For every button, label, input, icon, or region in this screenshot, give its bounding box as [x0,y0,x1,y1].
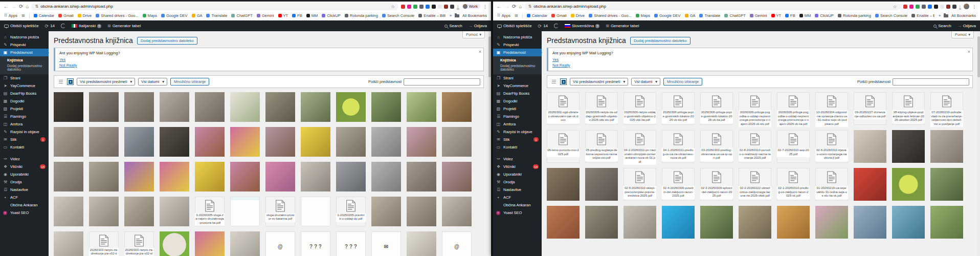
media-item-photo[interactable] [160,162,189,191]
back-icon[interactable]: ← [4,4,9,9]
sidebar-item-acf[interactable]: ▪ACF [493,194,542,201]
media-item-photo[interactable] [585,206,618,239]
grid-view-icon[interactable] [560,78,567,85]
tab-groups-icon[interactable]: ⊞ [21,13,25,18]
sidebar-item-kontakti[interactable]: ▭Kontakti [493,143,542,151]
bookmark-item[interactable]: Gemini [750,13,767,18]
bookmark-item[interactable]: Google DEV [654,13,681,18]
bookmarks-overflow-icon[interactable]: » [939,13,941,18]
media-item-document[interactable]: 02-4-20260309-posebni-del-zakljucni-racu… [662,168,695,201]
media-item-photo[interactable] [195,231,225,256]
sidebar-subitem-dodaj-predstavnostno-datoteko[interactable]: Dodaj predstavnostno datoteko [493,63,542,72]
sidebar-item-razpisi-in-objave[interactable]: ✎Razpisi in objave [493,128,542,136]
sidebar-item-nadzorna-plo-a[interactable]: ⌂Nadzorna plošča [0,33,49,41]
media-item-document[interactable]: 08-kliping-objave-poplavljanje-aok-febru… [892,92,925,125]
media-item-photo[interactable] [547,206,580,239]
media-item-photo[interactable] [265,162,295,191]
bookmark-item[interactable]: YT [771,13,782,18]
media-item-photo[interactable] [54,197,83,226]
sidebar-item-strani[interactable]: ❐Strani [0,74,49,82]
sidebar-item-dearflip-books[interactable]: ▤DearFlip Books [493,90,542,97]
extension-icon[interactable] [413,5,417,9]
sidebar-item-orodja[interactable]: ⚒Orodja [0,178,49,186]
sidebar-item-amfora[interactable]: ◫Amfora [493,120,542,128]
sidebar-item-vti-niki[interactable]: ❖Vtičniki14 [0,163,49,170]
media-item-document[interactable]: 04-1-20260311-predlog-os-oa-za-obravnavo… [662,130,695,163]
media-item-photo[interactable] [407,92,436,122]
bookmark-item[interactable]: MM [306,13,318,18]
extension-icon[interactable] [444,5,448,9]
bookmark-item[interactable]: Rotonda parking [345,13,378,18]
visit-site-link[interactable]: Obišči spletišče [497,24,532,28]
all-bookmarks-label[interactable]: All Bookmarks [462,13,487,18]
browser-menu-icon[interactable]: ⋮ [972,4,976,9]
url-bar[interactable]: ⇅ obcina-ankaran.si/wp-admin/upload.php … [524,3,900,10]
scrollbar[interactable] [488,31,491,256]
media-item-image[interactable] [230,197,260,226]
media-item-photo[interactable] [739,206,771,239]
sidebar-item-yaycommerce[interactable]: ➤YayCommerce [0,82,49,90]
bookmark-item[interactable]: GA [685,13,696,18]
admin-search[interactable]: Search [933,24,951,28]
sidebar-item-amfora[interactable]: ◫Amfora [0,120,49,128]
sidebar-subitem-knji-nica[interactable]: Knjižnica [493,57,542,63]
media-item-document[interactable]: 10-20260304-odgovori-na-vprasnja-clanov-… [815,92,848,125]
dismiss-notice-icon[interactable]: × [968,50,970,54]
media-item-document[interactable]: 01-20260219-oa-seja-vabilo-31-redna-seja… [815,168,848,201]
dismiss-notice-icon[interactable]: × [479,50,481,54]
media-item-photo[interactable] [892,168,925,201]
bookmark-item[interactable]: Gmail [551,13,567,18]
sidebar-subitem-dodaj-predstavnostno-datoteko[interactable]: Dodaj predstavnostno datoteko [0,63,49,72]
sidebar-item-stik[interactable]: ✉Stik1 [0,136,49,143]
media-item-document[interactable]: 20260306-priloga-pogodba-o-oddaji-neprem… [739,92,771,125]
admin-search[interactable]: Search [444,24,462,28]
bookmarks-overflow-icon[interactable]: » [450,13,452,18]
sidebar-item-projekti[interactable]: ▧Projekti [493,105,542,113]
logout-link[interactable]: → Odjava [957,24,976,28]
list-view-icon[interactable] [550,78,557,85]
bookmark-item[interactable]: Google DEV [161,13,188,18]
browser-menu-icon[interactable]: ⋮ [483,4,487,9]
logout-link[interactable]: → Odjava [469,24,487,28]
sidebar-item-predstavnost[interactable]: ▣Predstavnost [0,49,49,56]
media-type-filter[interactable]: Vsi predstavnostni predmeti▾ [77,78,135,86]
bookmark-item[interactable]: Gemini [257,13,274,18]
media-item-photo[interactable] [54,127,83,157]
bookmark-item[interactable]: Calendar [34,13,54,18]
date-filter[interactable]: Vsi datumi▾ [138,78,167,86]
extension-icon[interactable] [922,5,926,9]
media-item-photo[interactable] [407,127,436,157]
media-item-photo[interactable] [892,206,925,239]
media-item-document[interactable]: 07-20260219-pobuda-vladi-rs-za-prenehanj… [930,92,963,125]
reload-icon[interactable]: ⟳ [512,4,516,9]
grid-view-icon[interactable] [67,78,74,85]
media-item-document[interactable]: 02-6-20260310-izjava-o-oceni-notranjega-… [815,130,848,163]
media-item-photo[interactable] [124,162,154,191]
sidebar-item-dogodki[interactable]: ▦Dogodki [0,97,49,105]
media-item-photo[interactable] [89,197,119,226]
media-item-image[interactable]: ? ? ? [336,231,366,256]
media-item-photo[interactable] [230,231,260,256]
media-item-document[interactable]: 09-20260227-izvrsevanje-odlocitev-os-oa.… [854,92,886,125]
media-item-photo[interactable] [700,206,733,239]
media-item-photo[interactable] [854,168,886,201]
sidebar-item-videz[interactable]: ✑Videz [493,155,542,163]
bookmark-item[interactable]: Shared drives - Goo... [96,13,138,18]
help-tab[interactable]: Pomoč▾ [951,31,974,38]
media-item-photo[interactable] [892,130,925,163]
media-item-photo[interactable] [336,127,366,157]
media-item-photo[interactable] [777,206,810,239]
sidebar-item-prispevki[interactable]: ✎Prispevki [493,41,542,49]
apps-shortcut[interactable]: ⠿ Apps [497,13,510,18]
media-item-photo[interactable] [662,206,695,239]
language-switcher[interactable]: Italijanski ? [72,24,101,28]
bookmark-item[interactable]: GA [192,13,203,18]
media-item-photo[interactable] [930,168,963,201]
sidebar-item-yaycommerce[interactable]: ➤YayCommerce [493,82,542,90]
extension-icon[interactable] [903,5,907,9]
media-item-photo[interactable] [265,127,295,157]
media-item-photo[interactable] [547,168,580,201]
bookmark-item[interactable]: FB [785,13,795,18]
sidebar-item-razpisi-in-objave[interactable]: ✎Razpisi in objave [0,128,49,136]
media-item-document[interactable]: 02-5-20260310-sklepi-premozenjske-pravne… [623,168,656,201]
